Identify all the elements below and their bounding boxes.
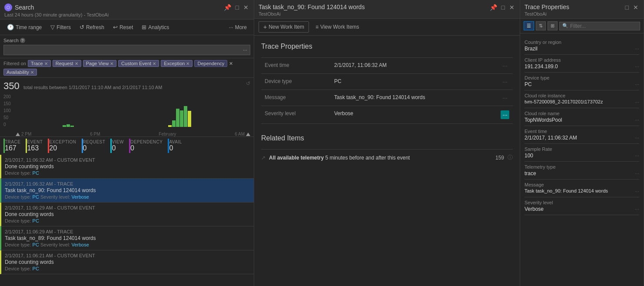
trace-prop-cloud-role-name-value-row: TopNWordsPool ··· [524,117,639,123]
remove-custom-event-icon[interactable]: ✕ [153,61,156,66]
search-input[interactable] [4,45,240,55]
filter-page-view[interactable]: Page View ✕ [83,60,116,67]
maximize-button[interactable]: □ [234,3,241,11]
trace-prop-sample-rate-dots[interactable]: ··· [635,153,639,159]
view-work-items-button[interactable]: ≡ View Work Items [311,22,364,32]
trace-prop-country: Country or region Brazil ··· [524,37,639,55]
trace-prop-client-ip-name: Client IP address [524,57,639,63]
trace-prop-severity: Severity level Verbose ··· [524,197,639,215]
search-label: Search ? [3,38,250,43]
trace-prop-cloud-role-instance-dots[interactable]: ··· [635,99,639,105]
trace-prop-cloud-role-instance: Cloud role instance tvm-57200098_2-20170… [524,90,639,108]
filter-exception[interactable]: Exception ✕ [161,60,193,67]
more-button[interactable]: ··· More [226,23,250,32]
filter-custom-event[interactable]: Custom Event ✕ [118,60,159,67]
filter-remove-all[interactable]: ✕ [229,61,233,67]
event-item-2[interactable]: 2/1/2017, 11:06:29 AM - CUSTOM EVENT Don… [0,203,254,226]
trace-prop-client-ip-dots[interactable]: ··· [635,63,639,70]
stat-dependency-value: 0 [130,144,163,152]
remove-trace-icon[interactable]: ✕ [44,61,48,66]
columns-icon: ⊞ [551,23,554,28]
bar [188,111,191,127]
related-items-title: Related Items [261,134,513,142]
prop-device-type-dots[interactable]: ··· [501,78,509,85]
trace-prop-device-type-val: PC [524,81,532,87]
close-button[interactable]: ✕ [242,3,250,11]
detail-pin-button[interactable]: 📌 [488,3,499,11]
search-subtitle: Last 24 hours (30 minute granularity) - … [4,12,223,17]
filter-availability[interactable]: Availability ✕ [3,69,37,76]
trace-prop-cloud-role-instance-val: tvm-57200098_2-20170201t173702z [524,99,603,104]
trace-props-panel: Trace Properties TestOboAi □ ✕ ☰ ⇅ ⊞ 🔍 C… [520,0,644,286]
remove-exception-icon[interactable]: ✕ [186,61,189,66]
trace-prop-telemetry-type-name: Telemetry type [524,164,639,170]
time-range-button[interactable]: 🕐 Time range [3,22,45,32]
trace-prop-severity-dots[interactable]: ··· [635,206,639,212]
filter-input[interactable] [570,23,637,29]
event-1-meta-label: Device type: [5,194,33,200]
event-0-meta-value: PC [33,170,39,176]
trace-prop-country-dots[interactable]: ··· [635,46,639,52]
remove-page-view-icon[interactable]: ✕ [110,61,113,66]
prop-row-severity: Severity level Verbose ··· [261,106,513,124]
trace-prop-cloud-role-instance-name: Cloud role instance [524,93,639,98]
event-1-severity-label: Severity level: [40,194,72,200]
trace-close-button[interactable]: ✕ [631,3,640,11]
trace-prop-message-dots[interactable]: ··· [635,188,639,194]
remove-availability-icon[interactable]: ✕ [30,70,34,75]
trace-prop-event-time-val: 2/1/2017, 11:06:32 AM [524,135,577,141]
pin-button[interactable]: 📌 [222,3,233,11]
list-view-icon: ☰ [527,23,531,28]
prop-message-name: Message [261,90,331,106]
stat-dependency-label: DEPENDENCY [130,140,163,144]
stat-view-value: 0 [112,144,124,152]
trace-prop-telemetry-type: Telemetry type trace ··· [524,162,639,180]
new-work-item-button[interactable]: + New Work Item [259,21,309,33]
trace-prop-message: Message Task task_no_90: Found 124014 wo… [524,180,639,197]
trace-prop-device-type-dots[interactable]: ··· [635,81,639,87]
stat-event-label: EVENT [27,140,43,144]
detail-close-button[interactable]: ✕ [508,3,516,11]
chart-y-labels: 200 150 100 50 0 [3,94,11,127]
refresh-results-icon[interactable]: ↺ [246,80,250,86]
event-2-header: 2/1/2017, 11:06:29 AM - CUSTOM EVENT [5,205,250,210]
filter-trace[interactable]: Trace ✕ [28,60,51,67]
trace-prop-telemetry-type-dots[interactable]: ··· [635,170,639,176]
trace-prop-client-ip-value-row: 191.234.189.0 ··· [524,63,639,70]
event-4-meta: Device type: PC [5,266,250,271]
event-item-4[interactable]: 2/1/2017, 11:06:21 AM - CUSTOM EVENT Don… [0,250,254,274]
event-1-severity-value: Verbose [71,194,89,200]
list-icon: ≡ [315,24,319,30]
trace-prop-sample-rate-value-row: 100 ··· [524,153,639,159]
columns-button[interactable]: ⊞ [548,21,558,30]
detail-maximize-button[interactable]: □ [500,3,507,11]
reset-button[interactable]: ↩ Reset [110,22,136,32]
stat-request-label: REQUEST [83,140,106,144]
event-1-meta: Device type: PC Severity level: Verbose [5,194,250,200]
analytics-button[interactable]: ⊞ Analytics [138,22,173,32]
search-more-button[interactable]: ··· [240,45,250,55]
filters-button[interactable]: ▽ Filters [47,22,74,32]
refresh-button[interactable]: ↺ Refresh [76,22,108,32]
refresh-icon: ↺ [80,24,84,30]
prop-severity-teal-dots[interactable]: ··· [501,110,509,119]
remove-request-icon[interactable]: ✕ [75,61,78,66]
related-item-0[interactable]: ↗ All available telemetry 5 minutes befo… [261,149,513,166]
prop-event-time-dots[interactable]: ··· [501,62,509,69]
sort-button[interactable]: ⇅ [536,21,546,30]
prop-message-dots[interactable]: ··· [501,94,509,101]
event-item-1[interactable]: 2/1/2017, 11:06:32 AM - TRACE Task task_… [0,179,254,203]
trace-prop-event-time-dots[interactable]: ··· [635,135,639,141]
filter-dependency[interactable]: Dependency [194,60,227,67]
filter-request[interactable]: Request ✕ [53,60,81,67]
list-view-button[interactable]: ☰ [524,21,534,30]
results-count: 350 [3,80,20,91]
trace-prop-cloud-role-name-dots[interactable]: ··· [635,117,639,123]
trace-prop-client-ip-val: 191.234.189.0 [524,63,558,70]
prop-row-message: Message Task task_no_90: Found 124014 wo… [261,90,513,106]
event-4-meta-label: Device type: [5,266,33,271]
event-item-0[interactable]: 2/1/2017, 11:06:32 AM - CUSTOM EVENT Don… [0,155,254,179]
event-item-3[interactable]: 2/1/2017, 11:06:29 AM - TRACE Task task_… [0,226,254,250]
trace-maximize-button[interactable]: □ [624,3,631,11]
detail-panel-title: Task task_no_90: Found 124014 words [259,3,485,10]
